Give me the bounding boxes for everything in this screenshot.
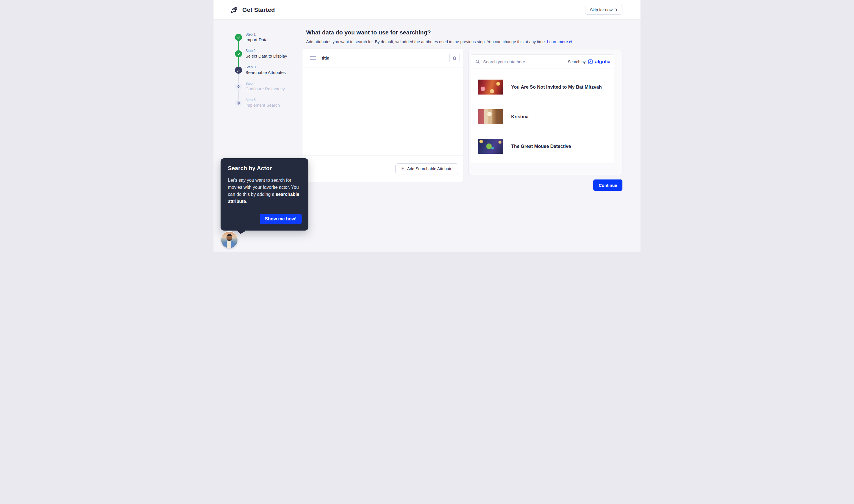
continue-button[interactable]: Continue [593, 179, 623, 191]
step-label: Step 2 [245, 49, 287, 53]
stepper-item-searchable-attributes[interactable]: Step 3 Searchable Attributes [235, 67, 286, 75]
search-icon [475, 59, 480, 64]
stepper-item-import-data[interactable]: Step 1 Import Data [235, 34, 267, 42]
tooltip-title: Search by Actor [228, 165, 301, 172]
step-label: Step 5 [245, 97, 280, 103]
skip-button-label: Skip for now [590, 7, 612, 12]
attribute-name: title [322, 56, 329, 60]
result-thumbnail [478, 79, 503, 94]
search-results-list: You Are So Not Invited to My Bat Mitzvah… [471, 69, 614, 163]
show-me-how-button[interactable]: Show me how! [260, 214, 302, 224]
searchable-attributes-panel: title + Add Searchable Attribute [302, 49, 464, 182]
pencil-icon [235, 67, 242, 74]
result-thumbnail [478, 109, 503, 124]
skip-for-now-button[interactable]: Skip for now [585, 5, 623, 15]
learn-more-label: Learn more [547, 39, 568, 44]
page-title: Get Started [242, 6, 275, 13]
add-attribute-label: Add Searchable Attribute [407, 166, 452, 171]
drag-handle-icon[interactable] [310, 56, 316, 59]
page-description: Add attributes you want to search for. B… [306, 39, 603, 44]
search-result-row[interactable]: Kristina [471, 102, 614, 131]
search-by-algolia: Search by algolia [568, 59, 611, 65]
plus-icon: + [401, 166, 404, 172]
step-label: Step 1 [245, 32, 267, 37]
header: Get Started Skip for now [213, 0, 641, 19]
assistant-avatar[interactable] [221, 232, 238, 248]
attributes-panel-footer: + Add Searchable Attribute [302, 156, 463, 182]
step-title: Import Data [245, 37, 267, 42]
gear-icon [235, 99, 242, 106]
chevron-right-icon [615, 8, 617, 12]
search-by-label: Search by [568, 59, 586, 64]
step-title: Configure Relevancy [245, 86, 285, 92]
trash-icon [452, 56, 457, 60]
page-heading: What data do you want to use for searchi… [306, 29, 431, 36]
lightning-icon [235, 83, 242, 90]
get-started-screen: Get Started Skip for now Step 1 Import D… [213, 0, 641, 252]
result-title: The Great Mouse Detective [511, 144, 571, 149]
tooltip-body: Let's say you want to search for movies … [228, 177, 301, 205]
check-icon [235, 50, 242, 57]
tooltip-body-period: . [246, 199, 247, 204]
algolia-wordmark: algolia [595, 59, 611, 65]
stepper-item-select-data[interactable]: Step 2 Select Data to Display [235, 50, 287, 59]
step-title: Implement Search [245, 103, 280, 108]
add-searchable-attribute-button[interactable]: + Add Searchable Attribute [395, 163, 458, 175]
search-input[interactable] [483, 59, 564, 64]
delete-attribute-button[interactable] [449, 53, 460, 63]
search-result-row[interactable]: The Great Mouse Detective [471, 131, 614, 161]
algolia-logo-mark-icon [588, 59, 593, 64]
search-preview-container: Search by algolia You Are So Not Invited… [468, 50, 623, 175]
stepper-item-configure-relevancy[interactable]: Step 4 Configure Relevancy [235, 83, 285, 92]
search-result-row[interactable]: You Are So Not Invited to My Bat Mitzvah [471, 72, 614, 102]
step-label: Step 3 [245, 65, 286, 70]
stepper-item-implement-search[interactable]: Step 5 Implement Search [235, 99, 280, 108]
description-text: Add attributes you want to search for. B… [306, 39, 546, 44]
step-label: Step 4 [245, 81, 285, 86]
search-preview-card: Search by algolia You Are So Not Invited… [471, 54, 614, 163]
check-icon [235, 34, 242, 41]
coach-tooltip: Search by Actor Let's say you want to se… [221, 158, 308, 231]
attribute-list-empty-area [302, 68, 463, 156]
external-link-icon [569, 40, 572, 43]
result-thumbnail [478, 139, 503, 154]
attribute-row-title: title [302, 49, 463, 68]
search-bar: Search by algolia [471, 55, 614, 69]
result-title: You Are So Not Invited to My Bat Mitzvah [511, 84, 602, 90]
step-title: Select Data to Display [245, 53, 287, 59]
rocket-icon [230, 6, 238, 14]
header-brand: Get Started [230, 6, 275, 14]
learn-more-link[interactable]: Learn more [547, 39, 572, 44]
result-title: Kristina [511, 114, 528, 119]
step-title: Searchable Attributes [245, 70, 286, 75]
